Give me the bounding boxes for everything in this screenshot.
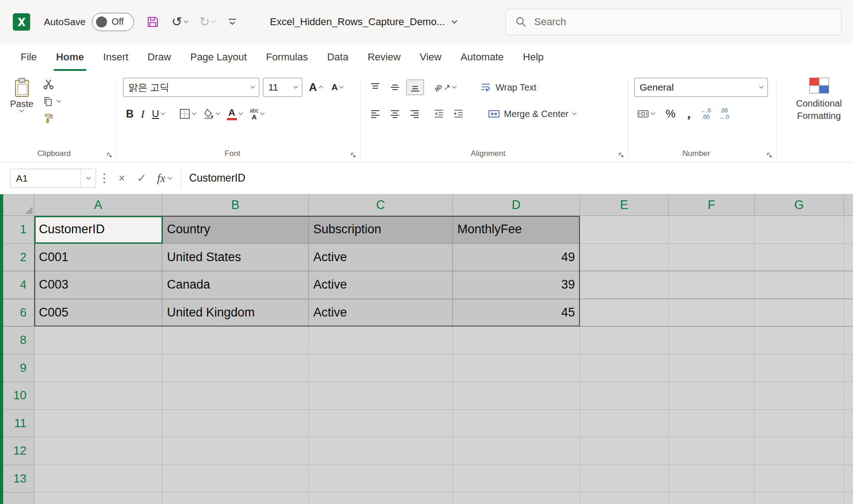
font-name-select[interactable]: 맑은 고딕 <box>123 78 259 97</box>
cell-F11[interactable] <box>669 410 755 438</box>
cell-B8[interactable] <box>162 327 309 354</box>
cell-H1[interactable] <box>844 216 853 244</box>
cell-E12[interactable] <box>580 437 669 465</box>
cell-C8[interactable] <box>309 327 453 354</box>
bold-button[interactable]: B <box>123 106 136 122</box>
tab-view[interactable]: View <box>410 43 451 71</box>
cell-G[interactable] <box>755 493 844 504</box>
cell-A9[interactable] <box>34 354 162 382</box>
cell-E[interactable] <box>580 493 669 504</box>
cell-A1[interactable]: CustomerID <box>34 216 162 244</box>
cell-A12[interactable] <box>34 437 162 465</box>
cell-F[interactable] <box>669 493 755 504</box>
autosave-toggle[interactable]: Off <box>92 13 134 31</box>
align-middle-button[interactable] <box>386 80 403 95</box>
alignment-dialog-launcher[interactable] <box>618 152 624 158</box>
orientation-dropdown-chevron-icon[interactable] <box>452 84 456 89</box>
cell-H2[interactable] <box>844 244 853 272</box>
row-header-10[interactable]: 10 <box>0 382 34 410</box>
wrap-text-button[interactable]: Wrap Text <box>477 80 539 95</box>
cell-F12[interactable] <box>669 437 755 465</box>
align-right-button[interactable] <box>406 107 423 121</box>
cancel-button[interactable]: × <box>113 172 131 185</box>
fx-dropdown-chevron-icon[interactable] <box>167 175 172 179</box>
number-format-select[interactable]: General <box>634 78 768 97</box>
cell-C6[interactable]: Active <box>309 299 453 327</box>
cell-F4[interactable] <box>669 271 755 299</box>
row-header-11[interactable]: 11 <box>0 410 34 438</box>
col-header-G[interactable]: G <box>755 194 844 216</box>
cell-D13[interactable] <box>453 465 580 493</box>
align-left-button[interactable] <box>367 107 384 121</box>
align-center-button[interactable] <box>386 107 403 121</box>
name-box-chevron-icon[interactable] <box>86 175 91 179</box>
cell-C11[interactable] <box>309 410 453 438</box>
phonetic-guide-button[interactable]: abc A <box>247 106 267 122</box>
col-header-A[interactable]: A <box>34 194 162 216</box>
cell-H8[interactable] <box>844 327 853 354</box>
borders-button[interactable] <box>177 107 198 121</box>
cell-C10[interactable] <box>309 382 453 410</box>
cell-G2[interactable] <box>755 244 844 272</box>
cell-A8[interactable] <box>34 327 162 354</box>
cell-C12[interactable] <box>309 437 453 465</box>
align-top-button[interactable] <box>367 80 384 95</box>
font-dialog-launcher[interactable] <box>350 152 356 158</box>
col-header-B[interactable]: B <box>162 194 309 216</box>
row-header-6[interactable]: 6 <box>0 299 34 327</box>
enter-button[interactable]: ✓ <box>131 172 153 185</box>
quick-access-menu-button[interactable] <box>227 17 238 27</box>
cell-C1[interactable]: Subscription <box>309 216 453 244</box>
name-box[interactable]: A1 <box>10 169 96 188</box>
number-dialog-launcher[interactable] <box>766 152 773 158</box>
cell-B[interactable] <box>162 493 309 504</box>
cell-G4[interactable] <box>755 271 844 299</box>
cell-D9[interactable] <box>453 354 580 382</box>
percent-style-button[interactable]: % <box>662 107 679 120</box>
cell-C[interactable] <box>309 493 453 504</box>
cell-G9[interactable] <box>755 354 844 382</box>
cell-D12[interactable] <box>453 437 580 465</box>
cell-E11[interactable] <box>580 410 669 438</box>
cell-H11[interactable] <box>844 410 853 438</box>
clipboard-dialog-launcher[interactable] <box>106 152 113 158</box>
cell-F2[interactable] <box>669 244 755 272</box>
redo-button[interactable]: ↻ <box>199 16 215 28</box>
insert-function-button[interactable]: fx <box>153 172 176 185</box>
row-header-4[interactable]: 4 <box>0 271 34 299</box>
tab-formulas[interactable]: Formulas <box>257 43 318 71</box>
accounting-format-button[interactable] <box>634 107 657 121</box>
row-header-13[interactable]: 13 <box>0 465 34 493</box>
cell-F9[interactable] <box>669 354 755 382</box>
font-color-dropdown-chevron-icon[interactable] <box>238 111 243 115</box>
col-header-D[interactable]: D <box>453 194 580 216</box>
copy-dropdown-chevron-icon[interactable] <box>57 98 61 103</box>
fill-color-dropdown-chevron-icon[interactable] <box>215 111 220 115</box>
cell-F10[interactable] <box>669 382 755 410</box>
cell-C9[interactable] <box>309 354 453 382</box>
row-header-8[interactable]: 8 <box>0 327 34 354</box>
cell-A6[interactable]: C005 <box>34 299 162 327</box>
cell-G12[interactable] <box>755 437 844 465</box>
cell-B11[interactable] <box>162 410 309 438</box>
cell-D8[interactable] <box>453 327 580 354</box>
cell-E1[interactable] <box>580 216 669 244</box>
save-button[interactable] <box>146 15 160 29</box>
cell-G10[interactable] <box>755 382 844 410</box>
document-title-button[interactable]: Excel_Hidden_Rows_Capture_Demo... <box>270 16 456 28</box>
align-bottom-button[interactable] <box>406 80 424 95</box>
copy-button[interactable] <box>43 96 60 107</box>
cell-C13[interactable] <box>309 465 453 493</box>
cell-A10[interactable] <box>34 382 162 410</box>
cell-D[interactable] <box>453 493 580 504</box>
increase-decimal-button[interactable]: ←.0 .00 <box>699 107 713 121</box>
tab-automate[interactable]: Automate <box>451 43 513 71</box>
formula-input[interactable]: CustomerID <box>186 172 246 184</box>
tab-page-layout[interactable]: Page Layout <box>181 43 257 71</box>
row-header-9[interactable]: 9 <box>0 354 34 382</box>
cell-D2[interactable]: 49 <box>453 244 580 272</box>
cell-H12[interactable] <box>844 437 853 465</box>
col-header-E[interactable]: E <box>580 194 669 216</box>
cell-C2[interactable]: Active <box>309 244 453 272</box>
cell-B9[interactable] <box>162 354 309 382</box>
